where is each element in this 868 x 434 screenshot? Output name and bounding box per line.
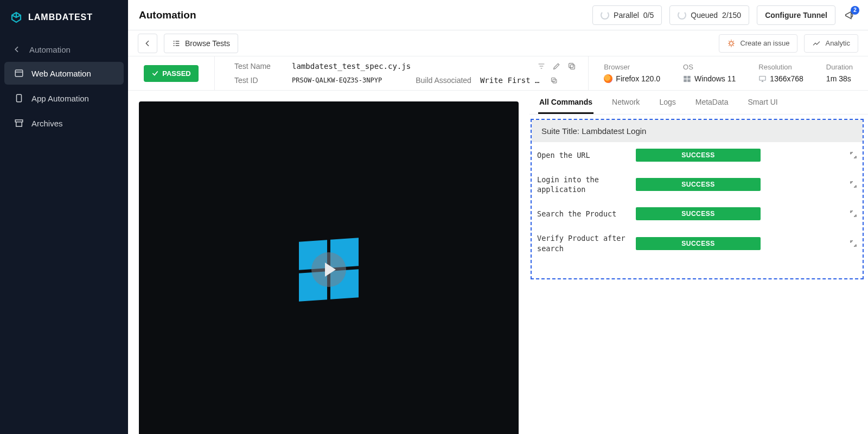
chevron-left-icon xyxy=(143,39,152,48)
expand-icon[interactable] xyxy=(848,180,858,189)
svg-rect-5 xyxy=(569,63,573,68)
firefox-icon xyxy=(604,74,612,83)
test-id-label: Test ID xyxy=(234,76,283,85)
brand-logo[interactable]: LAMBDATEST xyxy=(0,8,128,38)
sidebar-item-label: App Automation xyxy=(31,94,89,103)
copy-icon[interactable] xyxy=(550,76,558,85)
parallel-value: 0/5 xyxy=(643,11,654,20)
build-label: Build Associated xyxy=(416,76,471,85)
svg-rect-7 xyxy=(552,78,556,81)
svg-rect-6 xyxy=(553,79,557,83)
edit-icon[interactable] xyxy=(552,62,561,71)
browser-value: Firefox 120.0 xyxy=(616,74,660,83)
video-player[interactable] xyxy=(139,101,519,434)
tab-network[interactable]: Network xyxy=(611,92,641,114)
tab-smart-ui[interactable]: Smart UI xyxy=(746,92,778,114)
svg-rect-12 xyxy=(760,76,765,80)
os-label: OS xyxy=(683,63,736,71)
copy-icon[interactable] xyxy=(567,62,576,71)
configure-tunnel-label: Configure Tunnel xyxy=(765,11,827,20)
svg-rect-1 xyxy=(17,94,22,102)
command-name: Verify Product after search xyxy=(537,233,629,253)
parallel-label: Parallel xyxy=(614,11,639,20)
commands-pane: All Commands Network Logs MetaData Smart… xyxy=(529,91,868,434)
analytics-label: Analytic xyxy=(825,39,850,47)
duration-value: 1m 38s xyxy=(826,74,853,83)
filter-icon[interactable] xyxy=(537,62,546,71)
spinner-icon xyxy=(678,11,686,20)
play-button[interactable] xyxy=(311,252,346,287)
command-name: Open the URL xyxy=(537,150,629,160)
browse-tests-label: Browse Tests xyxy=(185,39,230,48)
chevron-left-icon xyxy=(12,44,22,54)
sidebar-back-label: Automation xyxy=(29,45,71,54)
command-row[interactable]: Login into the application SUCCESS xyxy=(532,168,863,201)
spinner-icon xyxy=(601,11,609,20)
command-row[interactable]: Search the Product SUCCESS xyxy=(532,201,863,227)
svg-rect-0 xyxy=(15,70,23,76)
sidebar-item-web-automation[interactable]: Web Automation xyxy=(4,62,124,85)
queued-label: Queued xyxy=(691,11,718,20)
browser-label: Browser xyxy=(604,63,660,71)
expand-icon[interactable] xyxy=(848,239,858,248)
status-badge: PASSED xyxy=(144,65,199,82)
create-issue-button[interactable]: Create an issue xyxy=(719,34,797,53)
brand-name: LAMBDATEST xyxy=(28,12,93,22)
windows-icon xyxy=(683,75,691,83)
play-icon xyxy=(325,263,336,277)
suite-box: Suite Title: Lambdatest Login Open the U… xyxy=(531,119,864,279)
resolution-value: 1366x768 xyxy=(770,74,803,83)
sidebar-item-app-automation[interactable]: App Automation xyxy=(4,87,124,110)
content: All Commands Network Logs MetaData Smart… xyxy=(128,91,868,434)
sidebar-back[interactable]: Automation xyxy=(0,38,128,61)
resolution-label: Resolution xyxy=(758,63,803,71)
status-text: PASSED xyxy=(162,69,191,78)
command-name: Login into the application xyxy=(537,175,629,194)
expand-icon[interactable] xyxy=(848,209,858,219)
tab-logs[interactable]: Logs xyxy=(658,92,676,114)
os-value: Windows 11 xyxy=(694,74,736,83)
queued-status[interactable]: Queued 2/150 xyxy=(669,5,749,25)
analytics-icon xyxy=(812,39,821,48)
bug-icon xyxy=(727,39,736,48)
test-id-value: PRSOW-QALKW-EQZ3S-3NPYP xyxy=(292,76,382,84)
main: Automation Parallel 0/5 Queued 2/150 Con… xyxy=(128,0,868,434)
video-pane xyxy=(128,91,529,434)
sidebar-item-label: Archives xyxy=(31,119,63,128)
sidebar-item-label: Web Automation xyxy=(31,69,91,78)
svg-rect-8 xyxy=(684,75,687,78)
notifications-count: 2 xyxy=(851,6,859,15)
expand-icon[interactable] xyxy=(848,150,858,160)
test-name-label: Test Name xyxy=(234,62,283,71)
command-status: SUCCESS xyxy=(636,237,761,250)
command-status: SUCCESS xyxy=(636,149,761,162)
command-status: SUCCESS xyxy=(636,207,761,220)
sidebar-item-archives[interactable]: Archives xyxy=(4,112,124,135)
svg-rect-11 xyxy=(687,79,691,82)
configure-tunnel-button[interactable]: Configure Tunnel xyxy=(757,5,835,25)
tab-all-commands[interactable]: All Commands xyxy=(538,92,593,114)
sidebar: LAMBDATEST Automation Web Automation App… xyxy=(0,0,128,434)
command-row[interactable]: Open the URL SUCCESS xyxy=(532,142,863,168)
check-icon xyxy=(151,69,159,77)
back-button[interactable] xyxy=(138,34,157,53)
page-title: Automation xyxy=(139,9,196,21)
notifications-button[interactable]: 2 xyxy=(843,8,857,22)
test-meta-row: PASSED Test Name lambdatest_test_spec.cy… xyxy=(128,56,868,91)
test-environment: Browser Firefox 120.0 OS Windows 11 Reso… xyxy=(589,56,868,90)
browse-tests-button[interactable]: Browse Tests xyxy=(164,34,238,53)
parallel-status[interactable]: Parallel 0/5 xyxy=(592,5,662,25)
device-icon xyxy=(14,93,24,103)
svg-rect-4 xyxy=(571,65,575,69)
command-row[interactable]: Verify Product after search SUCCESS xyxy=(532,227,863,259)
command-status: SUCCESS xyxy=(636,178,761,191)
duration-label: Duration xyxy=(826,63,853,71)
svg-rect-9 xyxy=(687,75,691,78)
commands-tabs: All Commands Network Logs MetaData Smart… xyxy=(529,91,868,114)
svg-point-3 xyxy=(730,41,733,45)
analytics-button[interactable]: Analytic xyxy=(804,34,858,53)
svg-rect-10 xyxy=(684,79,687,82)
tab-metadata[interactable]: MetaData xyxy=(694,92,730,114)
status-cell: PASSED xyxy=(128,56,215,90)
browser-window-icon xyxy=(14,68,24,78)
